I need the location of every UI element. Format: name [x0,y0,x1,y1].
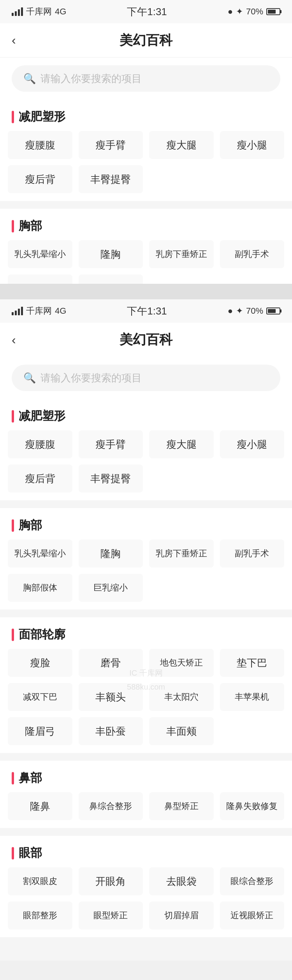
tag-item[interactable]: 丰臀提臀 [79,165,143,193]
carrier-label: 千库网 [26,6,52,17]
search-placeholder-1: 请输入你要搜索的项目 [40,72,142,86]
tag-item[interactable]: 瘦后背 [8,465,72,493]
section-title-slim-1: 减肥塑形 [19,109,65,125]
section-header-slim-1: 减肥塑形 [0,100,292,131]
tag-item[interactable]: 瘦腰腹 [8,430,72,458]
tag-item[interactable]: 切眉掉眉 [149,901,214,929]
tag-item[interactable]: 丰面颊 [149,717,214,745]
tag-item[interactable]: 地包天矫正 [149,649,214,677]
tag-item[interactable]: 丰臀提臀 [79,465,143,493]
section-bar-eye-2 [12,847,14,859]
status-bar-2: 千库网 4G 下午1:31 ● ✦ 70% [0,299,292,323]
tag-grid-slim-1: 瘦腰腹 瘦手臂 瘦大腿 瘦小腿 瘦后背 丰臀提臀 [0,131,292,201]
signal-bar [21,307,23,315]
battery-label: 70% [246,7,263,17]
tag-item[interactable]: 隆胸 [79,240,143,268]
tag-item[interactable]: 丰卧蚕 [79,717,143,745]
tag-item[interactable]: 丰额头 [79,683,143,711]
signal-bar [12,312,14,315]
tag-item[interactable]: 瘦脸 [8,649,72,677]
tag-item[interactable]: 割双眼皮 [8,867,72,895]
tag-item[interactable]: 近视眼矫正 [220,901,285,929]
section-bar-chest-2 [12,519,14,532]
time-label-2: 下午1:31 [127,304,167,318]
tag-item[interactable]: 鼻型矫正 [149,792,214,820]
signal-bar [18,9,20,16]
tag-grid-chest-1: 乳头乳晕缩小 隆胸 乳房下垂矫正 副乳手术 胸部假体 巨乳缩小 [0,240,292,284]
status-right-2: ● ✦ 70% [228,306,280,316]
network-label-2: 4G [55,306,66,316]
signal-bar [15,311,17,315]
search-wrap-2: 🔍 请输入你要搜索的项目 [0,357,292,399]
tag-item[interactable]: 巨乳缩小 [79,574,143,602]
tag-item[interactable]: 乳房下垂矫正 [149,240,214,268]
tag-item[interactable]: 胸部假体 [8,574,72,602]
tag-item[interactable]: 乳头乳晕缩小 [8,240,72,268]
content-1: IC 千库网588ku.com 减肥塑形 瘦腰腹 瘦手臂 瘦大腿 瘦小腿 瘦后背… [0,100,292,284]
signal-bar [15,11,17,16]
tag-item[interactable]: 瘦小腿 [220,430,285,458]
tag-item[interactable]: 巨乳缩小 [79,274,143,284]
section-header-face-2: 面部轮廓 [0,617,292,649]
tag-item[interactable]: 隆胸 [79,540,143,568]
tag-item[interactable]: 减双下巴 [8,683,72,711]
tag-item[interactable]: 丰太阳穴 [149,683,214,711]
tag-item[interactable]: 瘦腰腹 [8,131,72,159]
battery-label-2: 70% [246,306,263,316]
phone-frame-1: 千库网 4G 下午1:31 ● ✦ 70% ‹ 美幻百科 🔍 请输入你要搜索的项… [0,0,292,284]
tag-grid-nose-2: 隆鼻 鼻综合整形 鼻型矫正 隆鼻失败修复 [0,792,292,828]
signal-bar [12,13,14,16]
tag-item[interactable]: 去眼袋 [149,867,214,895]
search-icon-1: 🔍 [23,73,36,85]
section-chest-2: 胸部 乳头乳晕缩小 隆胸 乳房下垂矫正 副乳手术 胸部假体 巨乳缩小 [0,508,292,610]
tag-item[interactable]: 瘦小腿 [220,131,285,159]
tag-item[interactable]: 垫下巴 [220,649,285,677]
tag-item[interactable]: 眼型矫正 [79,901,143,929]
signal-bars-1 [12,7,23,16]
search-placeholder-2: 请输入你要搜索的项目 [40,371,142,385]
section-title-eye-2: 眼部 [19,845,42,861]
search-bar-1[interactable]: 🔍 请输入你要搜索的项目 [12,65,280,92]
tag-item[interactable]: 胸部假体 [8,274,72,284]
tag-item[interactable]: 乳头乳晕缩小 [8,540,72,568]
tag-item[interactable]: 隆眉弓 [8,717,72,745]
wifi-icon-2: ● [228,306,233,316]
section-bar-chest-1 [12,220,14,232]
section-header-chest-1: 胸部 [0,209,292,240]
tag-item[interactable]: 眼部整形 [8,901,72,929]
section-eye-2: 眼部 割双眼皮 开眼角 去眼袋 眼综合整形 眼部整形 眼型矫正 切眉掉眉 近视眼… [0,836,292,937]
section-header-slim-2: 减肥塑形 [0,399,292,430]
section-bar-nose-2 [12,772,14,784]
battery-fill-1 [268,10,276,14]
signal-bars-2 [12,307,23,315]
battery-icon-2 [266,307,280,314]
tag-item[interactable]: 瘦大腿 [149,430,214,458]
back-button-2[interactable]: ‹ [12,333,16,347]
tag-grid-eye-2: 割双眼皮 开眼角 去眼袋 眼综合整形 眼部整形 眼型矫正 切眉掉眉 近视眼矫正 [0,867,292,937]
section-face-2: 面部轮廓 瘦脸 磨骨 地包天矫正 垫下巴 减双下巴 丰额头 丰太阳穴 丰苹果机 … [0,617,292,753]
tag-item[interactable]: 副乳手术 [220,540,285,568]
status-bar-1: 千库网 4G 下午1:31 ● ✦ 70% [0,0,292,23]
carrier-label-2: 千库网 [26,305,52,317]
tag-item[interactable]: 隆鼻 [8,792,72,820]
search-bar-2[interactable]: 🔍 请输入你要搜索的项目 [12,365,280,391]
tag-item[interactable]: 眼综合整形 [220,867,285,895]
tag-item[interactable]: 丰苹果机 [220,683,285,711]
tag-item[interactable]: 瘦手臂 [79,430,143,458]
section-slim-1: 减肥塑形 瘦腰腹 瘦手臂 瘦大腿 瘦小腿 瘦后背 丰臀提臀 [0,100,292,201]
tag-item[interactable]: 瘦大腿 [149,131,214,159]
bluetooth-icon: ✦ [236,7,243,17]
back-button-1[interactable]: ‹ [12,33,16,47]
tag-item[interactable]: 瘦后背 [8,165,72,193]
tag-item[interactable]: 隆鼻失败修复 [220,792,285,820]
tag-item[interactable]: 磨骨 [79,649,143,677]
tag-item[interactable]: 开眼角 [79,867,143,895]
section-header-eye-2: 眼部 [0,836,292,867]
tag-item[interactable]: 鼻综合整形 [79,792,143,820]
time-label: 下午1:31 [127,5,167,19]
tag-item[interactable]: 瘦手臂 [79,131,143,159]
tag-item[interactable]: 乳房下垂矫正 [149,540,214,568]
section-title-slim-2: 减肥塑形 [19,408,65,424]
tag-item[interactable]: 副乳手术 [220,240,285,268]
section-slim-2: 减肥塑形 瘦腰腹 瘦手臂 瘦大腿 瘦小腿 瘦后背 丰臀提臀 [0,399,292,500]
